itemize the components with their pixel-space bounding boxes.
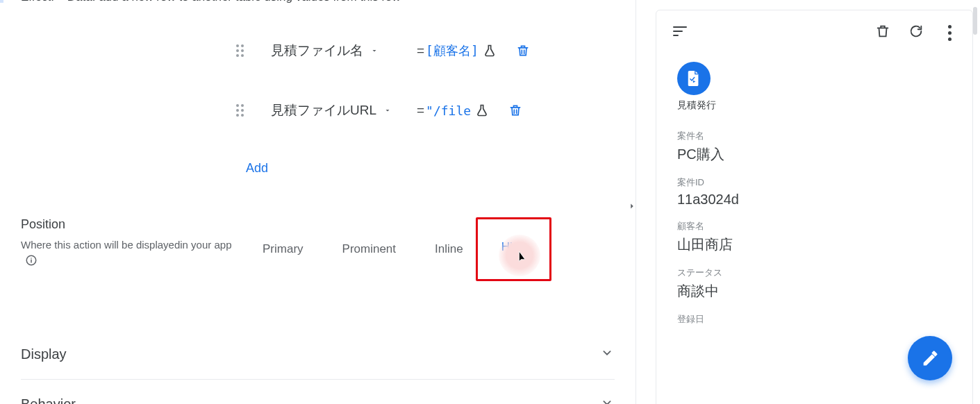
- position-option-prominent[interactable]: Prominent: [323, 235, 415, 263]
- drag-handle-icon[interactable]: [236, 44, 250, 57]
- highlighted-hide-option: Hide: [476, 217, 551, 281]
- equals-label: =: [417, 43, 424, 58]
- record-detail-list: 案件名 PC購入 案件ID 11a3024d 顧客名 山田商店 ステータス 商談…: [656, 120, 972, 348]
- column-select[interactable]: 見積ファイルURL: [271, 101, 403, 119]
- column-name-label: 見積ファイルURL: [271, 101, 376, 119]
- cursor-icon: [514, 250, 529, 268]
- caret-down-icon: [383, 103, 392, 118]
- detail-key: 案件ID: [677, 176, 952, 189]
- drag-handle-icon[interactable]: [236, 104, 250, 117]
- trash-icon[interactable]: [875, 24, 890, 42]
- behavior-section-toggle[interactable]: Behavior: [21, 380, 615, 404]
- detail-item: 顧客名 山田商店: [677, 220, 952, 254]
- column-mapping-row: 見積ファイルURL = "/file: [21, 101, 615, 119]
- detail-item: 案件名 PC購入: [677, 130, 952, 164]
- equals-label: =: [417, 103, 424, 118]
- preview-scrollbar[interactable]: [973, 7, 977, 397]
- detail-item: 案件ID 11a3024d: [677, 176, 952, 208]
- flask-icon[interactable]: [483, 44, 497, 58]
- expression-input[interactable]: [顧客名]: [426, 42, 479, 59]
- delete-row-button[interactable]: [508, 103, 522, 117]
- detail-key: 顧客名: [677, 220, 952, 233]
- effect-description: Effect: Data: add a new row to another t…: [21, 0, 615, 7]
- detail-value: 商談中: [677, 282, 952, 301]
- delete-row-button[interactable]: [516, 44, 530, 58]
- column-name-label: 見積ファイル名: [271, 42, 363, 60]
- chevron-down-icon: [599, 345, 615, 364]
- detail-value: PC購入: [677, 145, 952, 164]
- expression-input[interactable]: "/file: [426, 103, 471, 118]
- display-section-toggle[interactable]: Display: [21, 330, 615, 379]
- detail-key: 登録日: [677, 313, 952, 326]
- info-icon[interactable]: [25, 254, 38, 267]
- position-description: Where this action will be displayed in y…: [21, 236, 243, 267]
- accordion-label: Display: [21, 346, 67, 362]
- position-option-inline[interactable]: Inline: [415, 235, 483, 263]
- column-mapping-row: 見積ファイル名 = [顧客名]: [21, 42, 615, 60]
- column-select[interactable]: 見積ファイル名: [271, 42, 403, 60]
- detail-key: ステータス: [677, 267, 952, 279]
- detail-item: ステータス 商談中: [677, 267, 952, 301]
- accordion-label: Behavior: [21, 396, 76, 404]
- kebab-menu-icon[interactable]: [942, 25, 957, 41]
- chevron-down-icon: [599, 395, 615, 404]
- position-title: Position: [21, 217, 243, 232]
- edit-fab-button[interactable]: [908, 336, 952, 380]
- detail-key: 案件名: [677, 130, 952, 142]
- action-label: 見積発行: [677, 99, 972, 112]
- caret-down-icon: [370, 43, 379, 58]
- detail-value: 山田商店: [677, 235, 952, 254]
- refresh-icon[interactable]: [908, 24, 924, 42]
- flask-icon[interactable]: [475, 103, 489, 117]
- sort-icon[interactable]: [672, 23, 688, 42]
- position-option-primary[interactable]: Primary: [243, 235, 323, 263]
- add-button[interactable]: Add: [246, 161, 615, 176]
- detail-item: 登録日: [677, 313, 952, 326]
- detail-value: 11a3024d: [677, 192, 952, 208]
- pdf-action-icon[interactable]: ▸: [677, 62, 711, 95]
